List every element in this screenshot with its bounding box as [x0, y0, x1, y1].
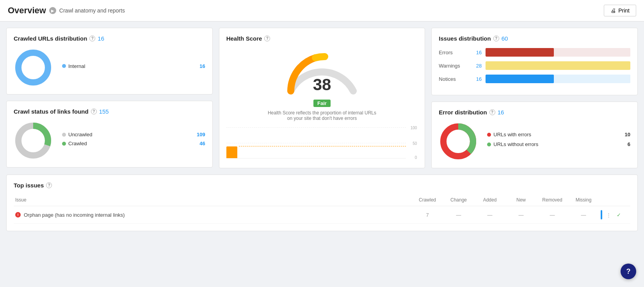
crawled-urls-legend: Internal 16: [62, 63, 205, 72]
warnings-bar-fill: [486, 61, 630, 70]
top-issues-section: Top issues ? Issue Crawled Change Added …: [6, 175, 638, 231]
left-column: Crawled URLs distribution ? 16 Internal: [6, 28, 213, 168]
uncrawled-dot: [62, 133, 66, 137]
notices-bar-fill: [486, 75, 553, 83]
top-issues-help-icon[interactable]: ?: [46, 182, 52, 188]
issues-bar-notices: Notices 16: [439, 75, 630, 83]
errors-label: Errors: [439, 50, 466, 55]
errors-count: 16: [470, 50, 482, 55]
legend-item-internal: Internal 16: [62, 63, 205, 69]
grid-line-50: [226, 143, 406, 143]
fair-badge: Fair: [313, 100, 331, 107]
col-added: Added: [474, 194, 505, 206]
legend-urls-without-errors: URLs without errors 6: [487, 141, 630, 147]
grid-line-100: [226, 127, 406, 128]
col-removed: Removed: [537, 194, 568, 206]
issues-distribution-help-icon[interactable]: ?: [493, 36, 499, 41]
main-content: Crawled URLs distribution ? 16 Internal: [0, 21, 644, 237]
col-crawled: Crawled: [412, 194, 443, 206]
error-distribution-count: 16: [498, 109, 504, 116]
notices-label: Notices: [439, 76, 466, 82]
mini-chart-area: 100 50 0: [226, 127, 406, 159]
issues-distribution-card: Issues distribution ? 60 Errors 16 Warni…: [431, 28, 638, 95]
error-distribution-title: Error distribution ? 16: [439, 109, 630, 116]
warnings-bar-track: [486, 61, 630, 70]
print-button[interactable]: 🖨 Print: [604, 5, 636, 16]
crawl-status-donut: [14, 121, 53, 160]
chart-trend-line: [239, 146, 406, 146]
internal-dot: [62, 64, 66, 68]
urls-no-errors-label: URLs without errors: [493, 141, 538, 147]
urls-errors-dot: [487, 133, 491, 137]
notices-bar-track: [486, 75, 630, 83]
col-change: Change: [443, 194, 474, 206]
svg-point-7: [450, 134, 466, 149]
legend-item-uncrawled: Uncrawled 109: [62, 132, 205, 137]
urls-errors-value: 10: [625, 132, 630, 137]
crawl-status-card: Crawl status of links found ? 155: [6, 101, 213, 168]
bar-indicator: [601, 210, 602, 219]
mini-chart: 100 50 0: [226, 127, 418, 159]
printer-icon: 🖨: [610, 7, 616, 14]
crawl-status-help-icon[interactable]: ?: [91, 109, 97, 114]
chart-bar: [226, 146, 237, 158]
svg-point-1: [25, 60, 41, 75]
warnings-label: Warnings: [439, 63, 466, 69]
header-left: Overview ▶ Crawl anatomy and reports: [8, 5, 125, 16]
top-issues-title: Top issues ?: [14, 182, 630, 189]
y-label-0: 0: [415, 155, 417, 160]
more-options-icon[interactable]: ⋮: [605, 211, 612, 219]
issue-name-cell: ! Orphan page (has no incoming internal …: [14, 206, 412, 224]
page-title: Overview: [8, 5, 46, 16]
issues-distribution-count: 60: [502, 35, 508, 42]
crawled-label: Crawled: [68, 141, 87, 146]
error-distribution-card: Error distribution ? 16: [431, 102, 638, 168]
crawled-urls-card: Crawled URLs distribution ? 16 Internal: [6, 28, 213, 94]
print-label: Print: [618, 7, 630, 14]
uncrawled-label: Uncrawled: [68, 132, 92, 137]
table-header-row: Issue Crawled Change Added New Removed M…: [14, 194, 630, 206]
health-score-title: Health Score ?: [226, 35, 270, 42]
errors-bar-fill: [486, 48, 553, 57]
urls-no-errors-dot: [487, 143, 491, 146]
issue-removed: —: [537, 206, 568, 224]
issue-added: —: [474, 206, 505, 224]
col-new: New: [505, 194, 537, 206]
play-icon: ▶: [49, 7, 56, 14]
crawl-status-title: Crawl status of links found ? 155: [14, 108, 205, 115]
health-score-help-icon[interactable]: ?: [264, 36, 270, 41]
issue-missing: —: [568, 206, 599, 224]
issue-actions-cell: ⋮ ✓: [599, 206, 630, 224]
issue-name: Orphan page (has no incoming internal li…: [24, 212, 125, 218]
y-label-50: 50: [413, 141, 417, 146]
health-desc: Health Score reflects the proportion of …: [267, 110, 377, 121]
crawled-urls-donut: [14, 48, 53, 87]
crawl-status-donut-container: Uncrawled 109 Crawled 46: [14, 121, 205, 160]
health-score-card: Health Score ? 38 Fair Health Score refl…: [219, 28, 425, 168]
issues-bar-errors: Errors 16: [439, 48, 630, 57]
crawled-urls-help-icon[interactable]: ?: [89, 36, 95, 41]
crawl-status-count: 155: [99, 108, 109, 115]
col-missing: Missing: [568, 194, 599, 206]
error-distribution-donut-container: URLs with errors 10 URLs without errors …: [439, 122, 630, 161]
issues-bar-warnings: Warnings 28: [439, 61, 630, 70]
page-header: Overview ▶ Crawl anatomy and reports 🖨 P…: [0, 0, 644, 21]
error-distribution-legend: URLs with errors 10 URLs without errors …: [487, 132, 630, 151]
right-column: Issues distribution ? 60 Errors 16 Warni…: [431, 28, 638, 168]
check-icon[interactable]: ✓: [615, 211, 623, 219]
crawled-urls-donut-container: Internal 16: [14, 48, 205, 87]
error-indicator: !: [15, 212, 21, 217]
col-issue: Issue: [14, 194, 412, 206]
issues-distribution-title: Issues distribution ? 60: [439, 35, 630, 42]
crawled-urls-count: 16: [98, 35, 104, 42]
issue-new: —: [505, 206, 537, 224]
col-actions: [599, 194, 630, 206]
internal-label: Internal: [68, 63, 85, 69]
issue-change: —: [443, 206, 474, 224]
errors-bar-track: [486, 48, 630, 57]
error-distribution-help-icon[interactable]: ?: [489, 109, 495, 115]
warnings-count: 28: [470, 63, 482, 69]
gauge-number: 38: [313, 75, 331, 94]
error-distribution-donut: [439, 122, 478, 161]
crawled-urls-title: Crawled URLs distribution ? 16: [14, 35, 205, 42]
